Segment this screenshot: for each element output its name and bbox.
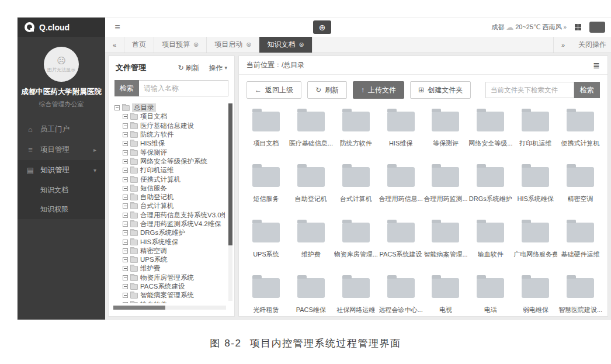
tree-item-row[interactable]: 维护费 xyxy=(114,264,225,273)
collapse-toggle-icon[interactable] xyxy=(123,203,128,209)
tree-item-row[interactable]: DRGs系统维护 xyxy=(114,228,225,237)
tab[interactable]: 知识文档 ⊗ xyxy=(259,37,312,53)
sidebar-menu-item-knowledge[interactable]: ▤ 知识管理 ▾ xyxy=(18,160,105,181)
folder-item[interactable]: 智慧医院建设... xyxy=(558,271,603,316)
collapse-toggle-icon[interactable] xyxy=(123,114,128,119)
collapse-toggle-icon[interactable] xyxy=(123,248,128,254)
tree-search-button[interactable]: 检索 xyxy=(114,80,139,96)
tree-item-row[interactable]: 台式计算机 xyxy=(114,202,225,210)
collapse-toggle-icon[interactable] xyxy=(123,284,128,289)
tab[interactable]: 项目启动 ⊗ xyxy=(207,37,259,53)
tree-item-row[interactable]: 物资库房管理系统 xyxy=(114,273,225,282)
folder-item[interactable]: 合理用药信息... xyxy=(379,160,423,216)
tab-close-icon[interactable]: ⊗ xyxy=(246,41,251,48)
collapse-toggle-icon[interactable] xyxy=(123,221,128,227)
folder-item[interactable]: DRGs系统维护 xyxy=(468,160,513,216)
folder-item[interactable]: HIS维保 xyxy=(379,105,423,160)
folder-item[interactable]: 合理用药监测... xyxy=(423,160,468,216)
folder-item[interactable]: 智能病案管理... xyxy=(423,216,468,271)
user-avatar-image[interactable] xyxy=(589,22,605,33)
tree-item-row[interactable]: 输血软件 xyxy=(114,300,225,303)
scrollbar-thumb[interactable] xyxy=(113,306,165,310)
folder-item[interactable]: 医疗基础信息... xyxy=(289,105,334,160)
tab-close-icon[interactable]: ⊗ xyxy=(193,41,199,48)
tree-item-row[interactable]: 网络安全等级保护系统 xyxy=(114,157,225,166)
folder-item[interactable]: 基础硬件运维 xyxy=(558,216,603,271)
collapse-toggle-icon[interactable] xyxy=(123,132,128,137)
user-avatar[interactable]: ☹ 图片无法显示 xyxy=(44,47,79,82)
folder-item[interactable]: 项目文档 xyxy=(244,105,289,160)
folder-search-button[interactable]: 检索 xyxy=(574,82,600,98)
tree-item-row[interactable]: 防统方软件 xyxy=(114,130,225,139)
folder-item[interactable]: 自助登记机 xyxy=(289,160,334,216)
folder-item[interactable]: UPS系统 xyxy=(244,216,289,271)
tree-item-row[interactable]: 短信服务 xyxy=(114,184,225,193)
hamburger-icon[interactable]: ≡ xyxy=(105,22,130,33)
folder-item[interactable]: 网络安全等级... xyxy=(468,105,513,160)
collapse-toggle-icon[interactable] xyxy=(123,159,128,164)
collapse-toggle-icon[interactable] xyxy=(123,293,128,298)
folder-item[interactable]: 防统方软件 xyxy=(334,105,379,160)
weather-widget[interactable]: 成都 ☁ 20~25℃ 西南风 » xyxy=(491,23,567,32)
folder-item[interactable]: 精密空调 xyxy=(558,160,603,216)
collapse-toggle-icon[interactable] xyxy=(123,230,128,235)
globe-button[interactable]: ⊕ xyxy=(313,20,331,34)
actions-dropdown[interactable]: 操作 ▾ xyxy=(209,63,227,73)
collapse-toggle-icon[interactable] xyxy=(123,150,128,155)
tree-root-row[interactable]: 总目录 xyxy=(114,103,225,112)
tab[interactable]: 项目预算 ⊗ xyxy=(154,37,207,53)
tree-item-row[interactable]: 智能病案管理系统 xyxy=(114,291,225,300)
folder-item[interactable]: 便携式计算机 xyxy=(558,105,603,160)
folder-item[interactable]: 台式计算机 xyxy=(334,160,379,216)
apps-grid-icon[interactable] xyxy=(575,24,581,30)
collapse-toggle-icon[interactable] xyxy=(123,195,128,200)
tab[interactable]: 首页 ⊗ xyxy=(124,37,154,53)
collapse-toggle-icon[interactable] xyxy=(123,257,128,262)
folder-item[interactable]: 光纤租赁 xyxy=(244,271,289,316)
tree-item-row[interactable]: PACS系统建设 xyxy=(114,282,225,291)
folder-item[interactable]: 广电网络服务费 xyxy=(513,216,558,271)
folder-item[interactable]: 输血软件 xyxy=(468,216,513,271)
collapse-toggle-icon[interactable] xyxy=(123,302,128,303)
tree-item-row[interactable]: UPS系统 xyxy=(114,255,225,264)
tree-item-row[interactable]: HIS系统维保 xyxy=(114,237,225,246)
folder-item[interactable]: 物资库房管理... xyxy=(334,216,379,271)
close-operations-button[interactable]: 关闭操作 xyxy=(572,37,611,53)
tree-item-row[interactable]: 合理用药信息支持系统V3.0维保 xyxy=(114,211,225,220)
scroll-tabs-right-icon[interactable]: » xyxy=(553,37,572,53)
sidebar-menu-item[interactable]: ⌂ 员工门户 xyxy=(18,119,105,140)
sidebar-menu-item[interactable]: ≡ 项目管理 ▸ xyxy=(18,140,105,160)
folder-item[interactable]: 维护费 xyxy=(289,216,334,271)
tree-item-row[interactable]: HIS维保 xyxy=(114,139,225,148)
collapse-toggle-icon[interactable] xyxy=(123,275,128,280)
list-view-icon[interactable]: ≣ xyxy=(593,61,600,70)
tree-vertical-scrollbar[interactable] xyxy=(228,103,232,301)
create-folder-button[interactable]: ⊞ 创建文件夹 xyxy=(410,81,471,99)
collapse-toggle-icon[interactable] xyxy=(123,141,128,146)
folder-item[interactable]: 电视 xyxy=(423,271,468,316)
collapse-toggle-icon[interactable] xyxy=(123,168,128,173)
sidebar-submenu-item[interactable]: 知识权限 xyxy=(18,200,105,219)
tree-horizontal-scrollbar[interactable] xyxy=(113,306,226,310)
scrollbar-thumb[interactable] xyxy=(228,103,232,245)
sidebar-submenu-item[interactable]: 知识文档 xyxy=(18,181,105,200)
folder-item[interactable]: 远程会诊中心... xyxy=(379,271,423,316)
tree-item-row[interactable]: 打印机运维 xyxy=(114,166,225,175)
tree-item-row[interactable]: 医疗基础信息建设 xyxy=(114,122,225,130)
collapse-toggle-icon[interactable] xyxy=(123,213,128,218)
folder-item[interactable]: HIS系统维保 xyxy=(513,160,558,216)
tree-refresh-button[interactable]: ↻ 刷新 xyxy=(178,63,199,73)
tree-item-row[interactable]: 自助登记机 xyxy=(114,193,225,202)
scroll-tabs-left-icon[interactable]: « xyxy=(105,37,124,53)
upload-file-button[interactable]: ↑ 上传文件 xyxy=(353,81,404,99)
folder-item[interactable]: 打印机运维 xyxy=(513,105,558,160)
collapse-toggle-icon[interactable] xyxy=(123,123,128,129)
collapse-toggle-icon[interactable] xyxy=(114,105,120,110)
folder-search-input[interactable] xyxy=(485,82,574,98)
collapse-toggle-icon[interactable] xyxy=(123,186,128,191)
tree-item-row[interactable]: 合理用药监测系统V4.2维保 xyxy=(114,220,225,228)
folder-item[interactable]: 等保测评 xyxy=(423,105,468,160)
tree-item-row[interactable]: 等保测评 xyxy=(114,148,225,157)
folder-item[interactable]: PACS维保 xyxy=(289,271,334,316)
folder-item[interactable]: 社保网络运维 xyxy=(334,271,379,316)
